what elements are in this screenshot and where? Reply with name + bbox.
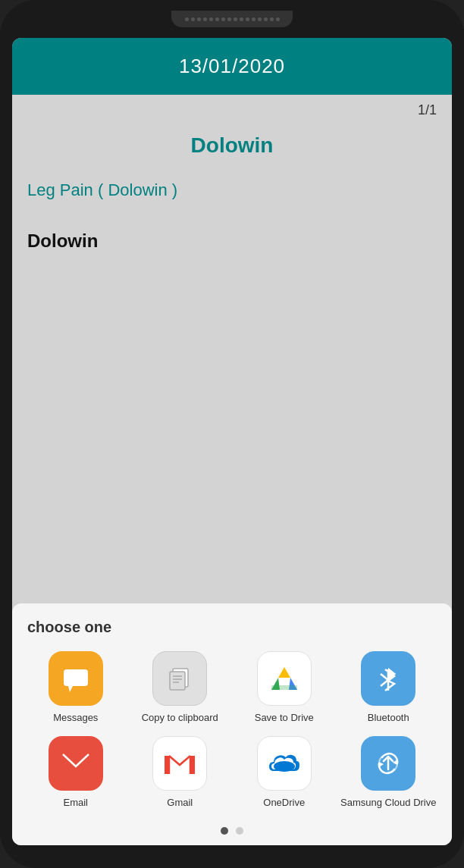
app-header: 13/01/2020 bbox=[12, 38, 452, 95]
samsung-cloud-label: Samsung Cloud Drive bbox=[340, 797, 436, 810]
bluetooth-icon bbox=[361, 651, 415, 706]
page-indicator: 1/1 bbox=[27, 102, 437, 118]
copy-icon bbox=[152, 651, 207, 706]
svg-rect-3 bbox=[170, 672, 185, 690]
bluetooth-label: Bluetooth bbox=[368, 712, 409, 725]
share-item-gmail[interactable]: Gmail bbox=[132, 736, 229, 810]
content-area: 1/1 Dolowin Leg Pain ( Dolowin ) Dolowin bbox=[12, 95, 452, 603]
phone-frame: 13/01/2020 1/1 Dolowin Leg Pain ( Dolowi… bbox=[0, 0, 464, 868]
pagination-dots bbox=[27, 821, 437, 838]
svg-point-21 bbox=[274, 761, 295, 772]
share-item-samsung-cloud[interactable]: Samsung Cloud Drive bbox=[340, 736, 437, 810]
dot-1[interactable] bbox=[221, 827, 228, 835]
copy-label: Copy to clipboard bbox=[142, 712, 218, 725]
share-item-email[interactable]: Email bbox=[27, 736, 124, 810]
share-item-drive[interactable]: Save to Drive bbox=[236, 651, 333, 725]
share-item-bluetooth[interactable]: Bluetooth bbox=[340, 651, 437, 725]
share-item-onedrive[interactable]: OneDrive bbox=[236, 736, 333, 810]
messages-label: Messages bbox=[53, 712, 98, 725]
onedrive-label: OneDrive bbox=[263, 797, 305, 810]
svg-rect-0 bbox=[64, 669, 88, 686]
medicine-title: Dolowin bbox=[27, 133, 437, 158]
svg-line-12 bbox=[381, 674, 388, 680]
share-grid-row1: Messages Copy to clipboard bbox=[27, 651, 437, 725]
medicine-indication: Leg Pain ( Dolowin ) bbox=[27, 180, 437, 200]
drive-label: Save to Drive bbox=[255, 712, 314, 725]
screen: 13/01/2020 1/1 Dolowin Leg Pain ( Dolowi… bbox=[12, 38, 452, 845]
share-sheet: choose one Messages bbox=[12, 603, 452, 845]
svg-marker-10 bbox=[278, 667, 290, 678]
gmail-label: Gmail bbox=[167, 797, 193, 810]
dot-2[interactable] bbox=[236, 827, 243, 835]
svg-line-13 bbox=[381, 680, 388, 686]
drive-icon bbox=[257, 651, 312, 706]
share-item-messages[interactable]: Messages bbox=[27, 651, 124, 725]
header-date: 13/01/2020 bbox=[27, 55, 437, 78]
messages-icon bbox=[49, 651, 103, 706]
svg-rect-11 bbox=[271, 685, 297, 690]
medicine-name: Dolowin bbox=[27, 230, 437, 252]
svg-marker-1 bbox=[68, 686, 73, 692]
status-bar bbox=[0, 0, 464, 38]
email-label: Email bbox=[63, 797, 88, 810]
notch bbox=[171, 11, 293, 27]
share-sheet-title: choose one bbox=[27, 619, 437, 636]
samsung-cloud-icon bbox=[361, 736, 415, 791]
share-grid-row2: Email bbox=[27, 736, 437, 810]
onedrive-icon bbox=[257, 736, 312, 791]
email-icon bbox=[49, 736, 103, 791]
gmail-icon bbox=[152, 736, 207, 791]
share-item-copy[interactable]: Copy to clipboard bbox=[132, 651, 229, 725]
